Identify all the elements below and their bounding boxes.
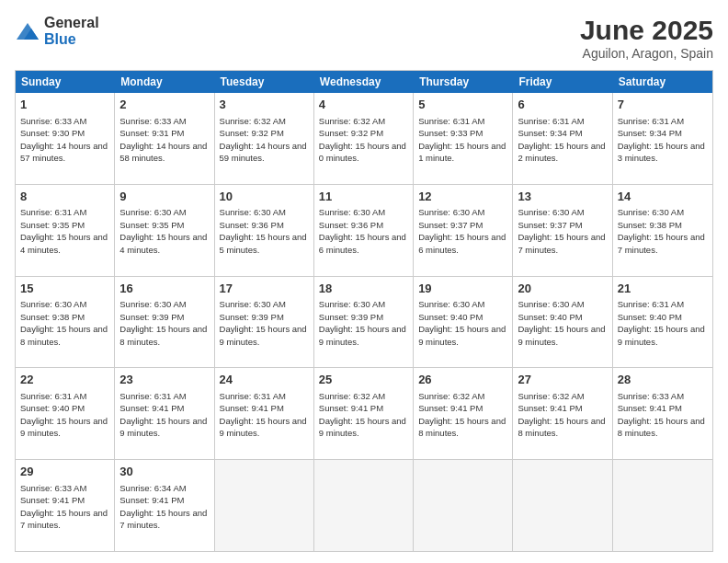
day-number: 26 — [418, 372, 507, 388]
header-friday: Friday — [513, 71, 612, 93]
empty-cell — [215, 460, 314, 551]
empty-cell — [513, 460, 612, 551]
day-number: 1 — [20, 97, 109, 113]
cell-text: Sunrise: 6:30 AMSunset: 9:37 PMDaylight:… — [518, 207, 605, 255]
day-number: 5 — [418, 97, 507, 113]
day-number: 3 — [220, 97, 309, 113]
day-14: 14 Sunrise: 6:30 AMSunset: 9:38 PMDaylig… — [613, 185, 712, 276]
day-25: 25 Sunrise: 6:32 AMSunset: 9:41 PMDaylig… — [314, 368, 414, 459]
cell-text: Sunrise: 6:31 AMSunset: 9:40 PMDaylight:… — [618, 299, 705, 347]
calendar-body: 1 Sunrise: 6:33 AMSunset: 9:30 PMDayligh… — [16, 93, 712, 551]
day-13: 13 Sunrise: 6:30 AMSunset: 9:37 PMDaylig… — [513, 185, 612, 276]
day-5: 5 Sunrise: 6:31 AMSunset: 9:33 PMDayligh… — [414, 93, 513, 184]
cell-text: Sunrise: 6:31 AMSunset: 9:41 PMDaylight:… — [220, 391, 307, 439]
day-15: 15 Sunrise: 6:30 AMSunset: 9:38 PMDaylig… — [16, 277, 115, 368]
header-saturday: Saturday — [613, 71, 712, 93]
day-number: 18 — [319, 281, 408, 297]
cell-text: Sunrise: 6:32 AMSunset: 9:41 PMDaylight:… — [418, 391, 506, 439]
day-18: 18 Sunrise: 6:30 AMSunset: 9:39 PMDaylig… — [314, 277, 414, 368]
day-number: 2 — [119, 97, 209, 113]
day-26: 26 Sunrise: 6:32 AMSunset: 9:41 PMDaylig… — [414, 368, 513, 459]
day-number: 28 — [618, 372, 708, 388]
header-sunday: Sunday — [16, 71, 115, 93]
day-17: 17 Sunrise: 6:30 AMSunset: 9:39 PMDaylig… — [215, 277, 314, 368]
cell-text: Sunrise: 6:30 AMSunset: 9:38 PMDaylight:… — [618, 207, 705, 255]
day-28: 28 Sunrise: 6:33 AMSunset: 9:41 PMDaylig… — [613, 368, 712, 459]
day-7: 7 Sunrise: 6:31 AMSunset: 9:34 PMDayligh… — [613, 93, 712, 184]
day-number: 23 — [119, 372, 209, 388]
header-monday: Monday — [115, 71, 214, 93]
cell-text: Sunrise: 6:31 AMSunset: 9:40 PMDaylight:… — [20, 391, 108, 439]
cell-text: Sunrise: 6:31 AMSunset: 9:34 PMDaylight:… — [518, 116, 605, 164]
cell-text: Sunrise: 6:30 AMSunset: 9:39 PMDaylight:… — [220, 299, 307, 347]
week-row-3: 15 Sunrise: 6:30 AMSunset: 9:38 PMDaylig… — [16, 276, 712, 368]
cell-text: Sunrise: 6:33 AMSunset: 9:31 PMDaylight:… — [119, 116, 207, 164]
day-number: 25 — [319, 372, 408, 388]
cell-text: Sunrise: 6:30 AMSunset: 9:39 PMDaylight:… — [119, 299, 207, 347]
cell-text: Sunrise: 6:32 AMSunset: 9:32 PMDaylight:… — [220, 116, 307, 164]
day-number: 10 — [220, 189, 309, 205]
week-row-5: 29 Sunrise: 6:33 AMSunset: 9:41 PMDaylig… — [16, 459, 712, 551]
cell-text: Sunrise: 6:33 AMSunset: 9:30 PMDaylight:… — [20, 116, 108, 164]
cell-text: Sunrise: 6:32 AMSunset: 9:41 PMDaylight:… — [518, 391, 605, 439]
header: General Blue June 2025 Aguilon, Aragon, … — [15, 15, 713, 61]
day-number: 15 — [20, 281, 109, 297]
header-tuesday: Tuesday — [215, 71, 314, 93]
day-number: 11 — [319, 189, 408, 205]
page: General Blue June 2025 Aguilon, Aragon, … — [0, 0, 728, 563]
day-number: 13 — [518, 189, 607, 205]
empty-cell — [314, 460, 414, 551]
cell-text: Sunrise: 6:31 AMSunset: 9:41 PMDaylight:… — [119, 391, 207, 439]
header-thursday: Thursday — [414, 71, 513, 93]
day-number: 19 — [418, 281, 507, 297]
day-24: 24 Sunrise: 6:31 AMSunset: 9:41 PMDaylig… — [215, 368, 314, 459]
header-wednesday: Wednesday — [314, 71, 414, 93]
day-number: 6 — [518, 97, 607, 113]
day-number: 27 — [518, 372, 607, 388]
cell-text: Sunrise: 6:30 AMSunset: 9:39 PMDaylight:… — [319, 299, 406, 347]
day-number: 24 — [220, 372, 309, 388]
logo: General Blue — [15, 15, 99, 48]
day-21: 21 Sunrise: 6:31 AMSunset: 9:40 PMDaylig… — [613, 277, 712, 368]
header-right: June 2025 Aguilon, Aragon, Spain — [580, 15, 713, 61]
day-12: 12 Sunrise: 6:30 AMSunset: 9:37 PMDaylig… — [414, 185, 513, 276]
day-number: 20 — [518, 281, 607, 297]
day-number: 12 — [418, 189, 507, 205]
day-2: 2 Sunrise: 6:33 AMSunset: 9:31 PMDayligh… — [115, 93, 214, 184]
week-row-1: 1 Sunrise: 6:33 AMSunset: 9:30 PMDayligh… — [16, 93, 712, 184]
cell-text: Sunrise: 6:31 AMSunset: 9:33 PMDaylight:… — [418, 116, 506, 164]
cell-text: Sunrise: 6:33 AMSunset: 9:41 PMDaylight:… — [618, 391, 705, 439]
day-3: 3 Sunrise: 6:32 AMSunset: 9:32 PMDayligh… — [215, 93, 314, 184]
cell-text: Sunrise: 6:33 AMSunset: 9:41 PMDaylight:… — [20, 483, 108, 531]
day-9: 9 Sunrise: 6:30 AMSunset: 9:35 PMDayligh… — [115, 185, 214, 276]
cell-text: Sunrise: 6:30 AMSunset: 9:37 PMDaylight:… — [418, 207, 506, 255]
day-11: 11 Sunrise: 6:30 AMSunset: 9:36 PMDaylig… — [314, 185, 414, 276]
cell-text: Sunrise: 6:30 AMSunset: 9:38 PMDaylight:… — [20, 299, 108, 347]
logo-text: General Blue — [44, 15, 99, 48]
day-19: 19 Sunrise: 6:30 AMSunset: 9:40 PMDaylig… — [414, 277, 513, 368]
logo-icon — [15, 21, 40, 41]
day-22: 22 Sunrise: 6:31 AMSunset: 9:40 PMDaylig… — [16, 368, 115, 459]
cell-text: Sunrise: 6:30 AMSunset: 9:40 PMDaylight:… — [518, 299, 605, 347]
day-number: 7 — [618, 97, 708, 113]
cell-text: Sunrise: 6:30 AMSunset: 9:35 PMDaylight:… — [119, 207, 207, 255]
day-number: 22 — [20, 372, 109, 388]
location: Aguilon, Aragon, Spain — [580, 46, 713, 61]
day-4: 4 Sunrise: 6:32 AMSunset: 9:32 PMDayligh… — [314, 93, 414, 184]
day-1: 1 Sunrise: 6:33 AMSunset: 9:30 PMDayligh… — [16, 93, 115, 184]
day-number: 8 — [20, 189, 109, 205]
week-row-4: 22 Sunrise: 6:31 AMSunset: 9:40 PMDaylig… — [16, 367, 712, 459]
cell-text: Sunrise: 6:30 AMSunset: 9:40 PMDaylight:… — [418, 299, 506, 347]
empty-cell — [613, 460, 712, 551]
day-number: 21 — [618, 281, 708, 297]
cell-text: Sunrise: 6:32 AMSunset: 9:41 PMDaylight:… — [319, 391, 406, 439]
day-30: 30 Sunrise: 6:34 AMSunset: 9:41 PMDaylig… — [115, 460, 214, 551]
day-number: 29 — [20, 464, 109, 480]
logo-blue: Blue — [44, 31, 76, 47]
logo-general: General — [44, 15, 99, 30]
day-29: 29 Sunrise: 6:33 AMSunset: 9:41 PMDaylig… — [16, 460, 115, 551]
week-row-2: 8 Sunrise: 6:31 AMSunset: 9:35 PMDayligh… — [16, 184, 712, 276]
day-number: 14 — [618, 189, 708, 205]
day-16: 16 Sunrise: 6:30 AMSunset: 9:39 PMDaylig… — [115, 277, 214, 368]
cell-text: Sunrise: 6:32 AMSunset: 9:32 PMDaylight:… — [319, 116, 406, 164]
